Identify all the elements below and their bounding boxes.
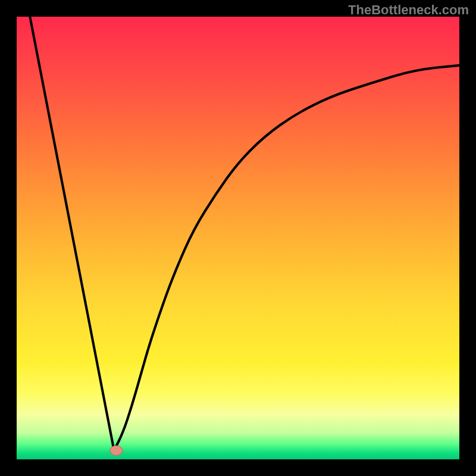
plot-area [17, 17, 459, 459]
chart-svg [17, 17, 459, 459]
chart-frame: TheBottleneck.com [0, 0, 476, 476]
optimal-point-marker [110, 446, 123, 455]
gradient-background [17, 17, 459, 459]
watermark-text: TheBottleneck.com [348, 2, 469, 18]
